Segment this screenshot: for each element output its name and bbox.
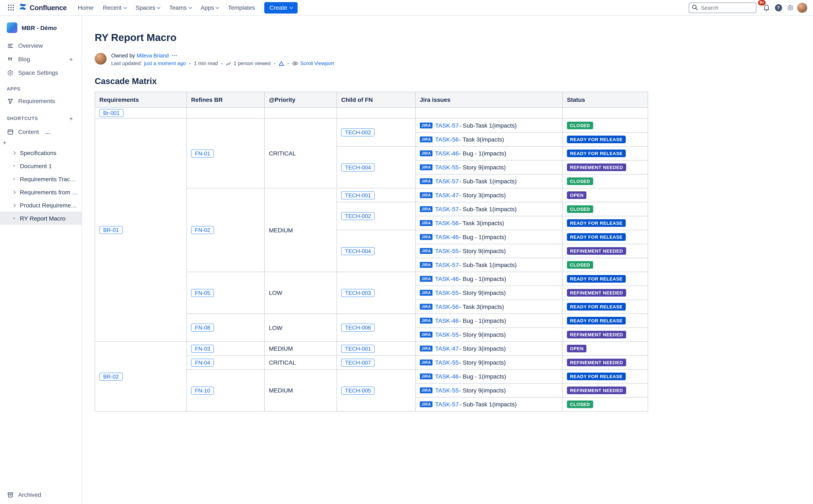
requirement-chip[interactable]: BR-01 xyxy=(99,226,123,234)
owner-link[interactable]: Mileva Briand xyxy=(137,53,169,59)
sidebar-item-space-settings[interactable]: Space Settings xyxy=(0,66,82,79)
tree-item-document-1[interactable]: Document 1 xyxy=(0,159,82,172)
fn-chip[interactable]: FN-02 xyxy=(191,226,214,234)
tree-item-requirements-from-st[interactable]: Requirements from St... xyxy=(0,185,82,199)
add-shortcut-button[interactable] xyxy=(67,114,75,122)
shortcuts-heading: SHORTCUTS xyxy=(0,108,82,125)
tech-chip[interactable]: TECH-001 xyxy=(341,191,375,199)
app-grid-icon[interactable] xyxy=(5,2,17,14)
jira-issue-link[interactable]: TASK-55 xyxy=(435,289,459,296)
jira-issue-link[interactable]: TASK-47 xyxy=(435,192,459,199)
space-header[interactable]: MBR - Démo xyxy=(0,21,82,39)
nav-item-recent[interactable]: Recent xyxy=(98,2,130,14)
jira-issue-link[interactable]: TASK-46 xyxy=(435,373,459,380)
jira-issue-link[interactable]: TASK-57 xyxy=(435,262,459,268)
tech-chip[interactable]: TECH-004 xyxy=(341,247,375,255)
jira-tag-icon: JIRA xyxy=(420,332,433,338)
tech-chip[interactable]: TECH-002 xyxy=(341,212,375,220)
tech-chip[interactable]: TECH-006 xyxy=(341,324,375,332)
jira-issue-link[interactable]: TASK-55 xyxy=(435,164,459,171)
fn-chip[interactable]: FN-04 xyxy=(191,358,214,366)
jira-issue-link[interactable]: TASK-57 xyxy=(435,122,459,129)
scroll-viewport-link[interactable]: Scroll Viewport xyxy=(300,60,334,66)
confluence-app: Confluence HomeRecentSpacesTeamsAppsTemp… xyxy=(0,0,813,504)
jira-issue-link[interactable]: TASK-46 xyxy=(435,150,459,157)
jira-issue-link[interactable]: TASK-55 xyxy=(435,359,459,366)
nav-item-templates[interactable]: Templates xyxy=(224,2,259,14)
jira-issue-summary: - Bug - 1(impacts) xyxy=(459,150,506,157)
status-cell: READY FOR RELEASE xyxy=(563,300,648,314)
jira-issue-link[interactable]: TASK-46 xyxy=(435,234,459,240)
sidebar-item-label: Requirements xyxy=(18,98,55,104)
tree-item-product-requirement[interactable]: Product Requirement ... xyxy=(0,199,82,212)
jira-issue: JIRATASK-55- Story 9(impacts) xyxy=(420,331,558,338)
fn-chip[interactable]: FN-03 xyxy=(191,345,214,353)
sidebar-item-overview[interactable]: Overview xyxy=(0,39,82,52)
nav-item-spaces[interactable]: Spaces xyxy=(131,2,164,14)
sidebar-item-blog[interactable]: Blog xyxy=(0,52,82,66)
tech-chip[interactable]: TECH-004 xyxy=(341,163,375,171)
tree-item-requirements-tracea[interactable]: Requirements Tracea... xyxy=(0,172,82,185)
jira-issue: JIRATASK-57- Sub-Task 1(impacts) xyxy=(420,178,558,185)
tech-chip[interactable]: TECH-002 xyxy=(341,128,375,136)
tree-item-specifications[interactable]: Specifications xyxy=(0,146,82,159)
jira-issue-link[interactable]: TASK-57 xyxy=(435,401,459,408)
add-content-button[interactable] xyxy=(1,139,8,146)
status-cell: READY FOR RELEASE xyxy=(563,314,648,328)
sidebar-item-archived[interactable]: Archived xyxy=(0,486,82,504)
tech-chip[interactable]: TECH-003 xyxy=(341,289,375,297)
chevron-right-icon[interactable] xyxy=(12,152,16,154)
sidebar-item-requirements[interactable]: Requirements xyxy=(0,94,82,108)
requirement-chip[interactable]: BR-02 xyxy=(99,372,123,380)
content-more-icon[interactable] xyxy=(44,128,52,136)
jira-issue-link[interactable]: TASK-55 xyxy=(435,387,459,394)
tech-chip[interactable]: TECH-005 xyxy=(341,386,375,394)
jira-issue-link[interactable]: TASK-47 xyxy=(435,345,459,352)
jira-issue: JIRATASK-56- Task 3(impacts) xyxy=(420,220,558,226)
page-content: RY Report Macro Owned by Mileva Briand L… xyxy=(82,16,813,504)
status-badge: CLOSED xyxy=(567,177,593,185)
jira-issue-summary: - Story 9(impacts) xyxy=(459,331,506,338)
views-count[interactable]: 1 person viewed xyxy=(233,60,270,66)
tree-item-ry-report-macro[interactable]: RY Report Macro xyxy=(0,212,82,225)
jira-issue-link[interactable]: TASK-46 xyxy=(435,275,459,282)
owner-avatar[interactable] xyxy=(95,53,106,65)
chevron-right-icon[interactable] xyxy=(12,191,16,193)
jira-issue-summary: - Bug - 1(impacts) xyxy=(459,275,506,282)
tech-chip[interactable]: TECH-001 xyxy=(341,345,375,353)
last-updated-link[interactable]: just a moment ago xyxy=(144,60,186,66)
analytics-icon[interactable] xyxy=(278,61,284,66)
jira-issue-link[interactable]: TASK-57 xyxy=(435,206,459,212)
fn-chip[interactable]: FN-10 xyxy=(191,386,214,394)
tech-chip[interactable]: TECH-007 xyxy=(341,358,375,366)
nav-item-home[interactable]: Home xyxy=(74,2,98,14)
separator-dot xyxy=(286,60,290,66)
jira-issue-link[interactable]: TASK-57 xyxy=(435,178,459,185)
jira-issue-link[interactable]: TASK-56 xyxy=(435,220,459,226)
jira-issue-link[interactable]: TASK-55 xyxy=(435,248,459,254)
profile-avatar[interactable] xyxy=(796,2,808,14)
help-icon[interactable] xyxy=(772,2,784,14)
jira-issue-cell: JIRATASK-56- Task 3(impacts) xyxy=(416,300,563,314)
create-button[interactable]: Create xyxy=(264,2,298,13)
confluence-logo[interactable]: Confluence xyxy=(19,3,67,13)
jira-issue-link[interactable]: TASK-55 xyxy=(435,331,459,338)
plus-icon[interactable] xyxy=(67,55,75,63)
status-cell: CLOSED xyxy=(563,174,648,188)
sidebar-item-content[interactable]: Content xyxy=(0,125,82,139)
fn-chip[interactable]: FN-08 xyxy=(191,324,214,332)
jira-issue-link[interactable]: TASK-56 xyxy=(435,136,459,143)
more-actions-icon[interactable] xyxy=(170,53,179,59)
gear-icon[interactable] xyxy=(784,2,796,14)
jira-issue-link[interactable]: TASK-56 xyxy=(435,303,459,310)
fn-chip[interactable]: FN-05 xyxy=(191,289,214,297)
search-box xyxy=(689,2,756,13)
jira-tag-icon: JIRA xyxy=(420,192,433,198)
requirement-chip[interactable]: Br-001 xyxy=(99,109,123,117)
nav-item-teams[interactable]: Teams xyxy=(165,2,195,14)
fn-chip[interactable]: FN-01 xyxy=(191,149,214,157)
jira-issue-link[interactable]: TASK-46 xyxy=(435,317,459,324)
nav-item-apps[interactable]: Apps xyxy=(196,2,223,14)
search-input[interactable] xyxy=(689,2,756,13)
chevron-right-icon[interactable] xyxy=(12,204,16,206)
